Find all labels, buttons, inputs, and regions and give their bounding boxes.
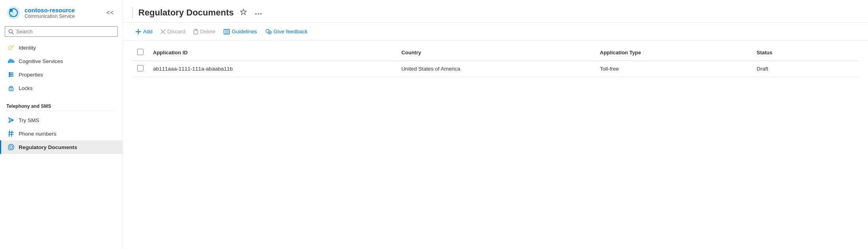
svg-point-3 xyxy=(10,15,12,17)
page-title: Regulatory Documents xyxy=(138,8,234,18)
search-box xyxy=(5,26,118,37)
section-divider xyxy=(6,111,116,111)
plus-icon xyxy=(136,29,141,34)
svg-point-24 xyxy=(10,146,13,149)
regulatory-icon xyxy=(8,144,15,151)
sidebar-item-properties[interactable]: Properties xyxy=(0,68,122,81)
sidebar: contoso-resource Communication Service <… xyxy=(0,0,123,249)
sidebar-item-try-sms-label: Try SMS xyxy=(19,117,39,123)
table-col-country: Country xyxy=(397,45,595,61)
svg-line-6 xyxy=(12,33,13,34)
sidebar-header: contoso-resource Communication Service <… xyxy=(0,0,122,24)
main-content: Regulatory Documents Add xyxy=(123,0,868,249)
sidebar-item-locks-label: Locks xyxy=(19,85,33,91)
guidelines-button[interactable]: Guidelines xyxy=(220,27,260,36)
guidelines-icon xyxy=(224,29,230,34)
table-header-row: Application ID Country Application Type … xyxy=(132,45,858,61)
table-row: ab111aaa-1111-111a-abaaba11b United Stat… xyxy=(132,61,858,77)
sidebar-item-phone-numbers-label: Phone numbers xyxy=(19,131,56,137)
section-telephony-label: Telephony and SMS xyxy=(0,98,122,111)
discard-button[interactable]: Discard xyxy=(157,27,189,36)
svg-point-8 xyxy=(10,48,11,49)
give-feedback-button[interactable]: Give feedback xyxy=(262,27,311,36)
bars-icon xyxy=(8,71,15,78)
sidebar-item-locks[interactable]: Locks xyxy=(0,81,122,95)
sidebar-collapse-button[interactable]: << xyxy=(104,8,116,18)
hash-icon xyxy=(8,130,15,137)
more-options-button[interactable] xyxy=(253,8,264,18)
row-status: Draft xyxy=(752,61,858,77)
svg-line-20 xyxy=(11,131,12,136)
lock-icon xyxy=(8,84,15,92)
sidebar-item-regulatory-label: Regulatory Documents xyxy=(19,144,77,150)
svg-rect-34 xyxy=(194,30,198,34)
row-checkbox-cell xyxy=(132,61,148,77)
key-icon xyxy=(8,44,15,51)
svg-point-14 xyxy=(9,74,10,75)
svg-point-4 xyxy=(11,11,13,12)
svg-point-9 xyxy=(8,61,10,63)
toolbar: Add Discard Delete xyxy=(123,23,868,41)
sidebar-title-block: contoso-resource Communication Service xyxy=(25,7,75,19)
resource-type: Communication Service xyxy=(25,13,75,19)
header-divider xyxy=(132,7,133,18)
x-icon xyxy=(161,29,165,34)
delete-button[interactable]: Delete xyxy=(190,27,219,36)
table-area: Application ID Country Application Type … xyxy=(123,41,868,249)
search-icon xyxy=(8,29,14,34)
svg-point-0 xyxy=(7,6,20,19)
svg-point-29 xyxy=(260,13,262,15)
table-col-app-type: Application Type xyxy=(595,45,752,61)
select-all-checkbox[interactable] xyxy=(137,49,143,55)
row-select-checkbox[interactable] xyxy=(137,65,143,71)
row-app-type: Toll-free xyxy=(595,61,752,77)
add-button[interactable]: Add xyxy=(132,27,156,36)
svg-marker-26 xyxy=(240,9,246,15)
sidebar-item-regulatory-documents[interactable]: Regulatory Documents xyxy=(0,140,122,154)
sidebar-item-identity-label: Identity xyxy=(19,45,36,51)
svg-point-27 xyxy=(255,13,257,15)
search-input[interactable] xyxy=(16,29,114,34)
table-col-app-id: Application ID xyxy=(148,45,397,61)
cloud-icon xyxy=(8,57,15,65)
favorite-button[interactable] xyxy=(238,7,249,18)
sidebar-item-phone-numbers[interactable]: Phone numbers xyxy=(0,127,122,140)
sms-icon xyxy=(8,117,15,124)
row-app-id: ab111aaa-1111-111a-abaaba11b xyxy=(148,61,397,77)
sidebar-item-identity[interactable]: Identity xyxy=(0,41,122,54)
main-header: Regulatory Documents xyxy=(123,0,868,23)
sidebar-item-cognitive-services[interactable]: Cognitive Services xyxy=(0,54,122,68)
regulatory-table: Application ID Country Application Type … xyxy=(132,45,858,77)
table-col-status: Status xyxy=(752,45,858,61)
sidebar-item-cognitive-label: Cognitive Services xyxy=(19,58,63,64)
feedback-icon xyxy=(265,29,271,34)
svg-point-15 xyxy=(9,75,10,77)
svg-point-28 xyxy=(258,13,259,15)
resource-logo xyxy=(6,6,21,20)
row-country: United States of America xyxy=(397,61,595,77)
trash-icon xyxy=(193,29,198,34)
svg-point-13 xyxy=(9,72,10,74)
table-header-checkbox xyxy=(132,45,148,61)
resource-name: contoso-resource xyxy=(25,7,75,13)
search-box-wrap xyxy=(0,24,122,41)
svg-line-19 xyxy=(9,131,10,136)
sidebar-item-properties-label: Properties xyxy=(19,72,43,78)
sidebar-item-try-sms[interactable]: Try SMS xyxy=(0,113,122,127)
svg-point-17 xyxy=(11,89,12,90)
